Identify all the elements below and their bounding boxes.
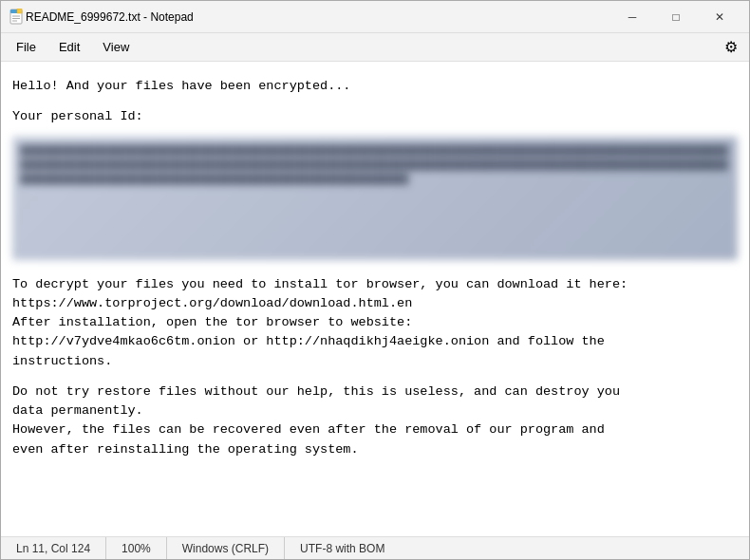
maximize-button[interactable]: □ <box>654 2 698 32</box>
window-title: README_6999672.txt - Notepad <box>26 10 610 24</box>
view-menu[interactable]: View <box>91 36 141 58</box>
notepad-window: README_6999672.txt - Notepad ─ □ ✕ File … <box>0 0 750 560</box>
line-decrypt-url: https://www.torproject.org/download/down… <box>12 294 738 313</box>
line-ending: Windows (CRLF) <box>167 537 285 559</box>
settings-icon[interactable]: ⚙ <box>717 34 745 60</box>
line-instructions: instructions. <box>12 352 738 371</box>
file-menu[interactable]: File <box>5 36 47 58</box>
blurred-content: ████████████████████████████████████████… <box>12 137 738 196</box>
encoding: UTF-8 with BOM <box>285 537 400 559</box>
window-controls: ─ □ ✕ <box>610 2 741 32</box>
line-greeting: Hello! And your files have been encrypte… <box>12 77 738 96</box>
menu-bar: File Edit View ⚙ <box>1 33 749 62</box>
zoom-level: 100% <box>106 537 167 559</box>
line-warning-2: data permanently. <box>12 401 738 420</box>
personal-id-blurred: ████████████████████████████████████████… <box>12 137 738 260</box>
app-icon <box>9 9 26 26</box>
line-decrypt-1: To decrypt your files you need to instal… <box>12 275 738 294</box>
minimize-button[interactable]: ─ <box>610 2 654 32</box>
line-after-install: After installation, open the tor browser… <box>12 313 738 332</box>
line-onion-1: http://v7ydve4mkao6c6tm.onion or http://… <box>12 332 738 351</box>
cursor-position: Ln 11, Col 124 <box>1 537 106 559</box>
status-bar: Ln 11, Col 124 100% Windows (CRLF) UTF-8… <box>1 536 749 559</box>
line-warning-1: Do not try restore files without our hel… <box>12 383 738 401</box>
edit-menu[interactable]: Edit <box>47 36 91 58</box>
line-personal-id: Your personal Id: <box>12 107 738 126</box>
title-bar: README_6999672.txt - Notepad ─ □ ✕ <box>1 1 749 33</box>
line-recovery-1: However, the files can be recovered even… <box>12 420 738 439</box>
line-recovery-2: even after reinstalling the operating sy… <box>12 440 738 459</box>
editor-content[interactable]: Hello! And your files have been encrypte… <box>1 62 749 536</box>
editor-area[interactable]: Hello! And your files have been encrypte… <box>1 62 749 536</box>
close-button[interactable]: ✕ <box>698 2 741 32</box>
svg-rect-5 <box>17 9 22 13</box>
